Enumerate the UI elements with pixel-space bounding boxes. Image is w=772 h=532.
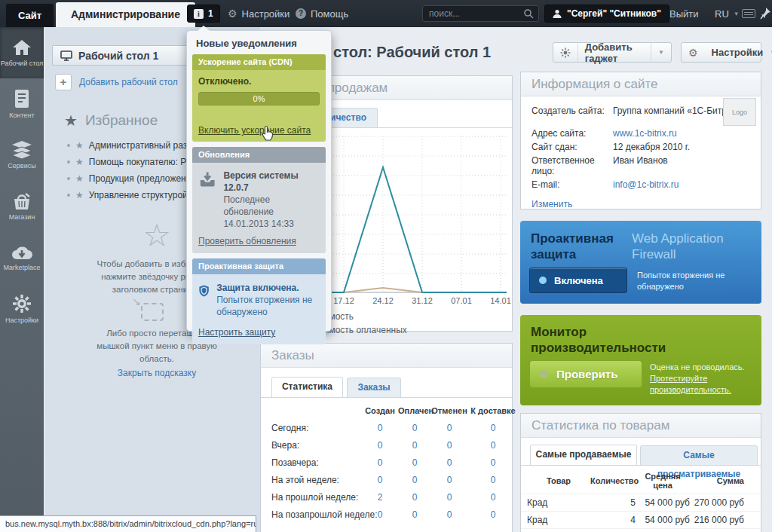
orders-value-link[interactable]: 0: [431, 509, 467, 520]
orders-value-link[interactable]: 0: [398, 492, 431, 503]
orders-rows: Сегодня:0000Вчера:0000Позавчера:0000На э…: [261, 419, 512, 523]
sidebar-item-label: Настройки: [5, 316, 38, 324]
orders-value-link[interactable]: 2: [362, 492, 398, 503]
add-desktop-link[interactable]: Добавить рабочий стол: [79, 77, 178, 87]
orders-value-link[interactable]: 0: [431, 475, 467, 485]
site-info-value[interactable]: info@1c-bitrix.ru: [613, 179, 679, 190]
close-tip-link[interactable]: Закрыть подсказку: [93, 368, 221, 378]
orders-value-link[interactable]: 0: [467, 475, 519, 485]
desktop-title: Рабочий стол 1: [78, 50, 158, 62]
products-stats-widget: Статистика по товарам Самые продаваемые …: [520, 413, 761, 532]
site-info-value[interactable]: www.1c-bitrix.ru: [613, 128, 677, 139]
orders-value-link[interactable]: 0: [398, 509, 431, 520]
orders-value-link[interactable]: 0: [467, 440, 519, 451]
orders-value-link[interactable]: 0: [431, 492, 467, 503]
layers-icon: [11, 141, 32, 159]
add-desktop-button[interactable]: +: [55, 74, 72, 90]
shield-icon: [198, 282, 210, 300]
waf-status-button[interactable]: Включена: [529, 268, 627, 293]
products-cell: 5: [590, 497, 636, 508]
orders-value-link[interactable]: 0: [362, 475, 398, 485]
products-tab-top-viewed[interactable]: Самые просматриваемые: [640, 445, 758, 465]
waf-title: Проактивная защита: [531, 231, 636, 262]
orders-tab-statistics[interactable]: Статистика: [271, 377, 343, 397]
sidebar-item-label: Рабочий стол: [1, 60, 44, 67]
orders-row: На прошлой неделе:2000: [261, 488, 512, 506]
performance-check-button[interactable]: Проверить: [529, 360, 642, 388]
orders-value-link[interactable]: 0: [362, 457, 398, 468]
orders-value-link[interactable]: 0: [398, 440, 431, 451]
site-info-value: Иван Иванов: [613, 155, 668, 176]
help-menu-label: Помощь: [311, 8, 348, 20]
sidebar-item-label: Магазин: [9, 213, 35, 221]
update-line3: 14.01.2013 14:33: [223, 219, 293, 229]
performance-check-label: Проверить: [556, 368, 617, 381]
add-gadget-button[interactable]: Добавить гаджет ▼: [553, 42, 672, 63]
check-updates-link[interactable]: Проверить обновления: [192, 236, 326, 253]
orders-value-link[interactable]: 0: [398, 457, 431, 468]
search-icon[interactable]: [523, 8, 534, 19]
notifications-button[interactable]: i 1: [187, 5, 220, 23]
search-input[interactable]: [422, 5, 539, 22]
orders-value-link[interactable]: 0: [431, 457, 467, 468]
sidebar-item-basket[interactable]: Магазин: [0, 181, 44, 232]
user-button[interactable]: "Сергей" "Ситников": [544, 5, 669, 23]
orders-row-label: На позапрошлой неделе:: [271, 509, 362, 520]
products-tab-top-selling[interactable]: Самые продаваемые: [530, 445, 637, 465]
notifications-dropdown: Новые уведомления Ускорение сайта (CDN) …: [186, 30, 332, 332]
sidebar-item-layers[interactable]: Сервисы: [0, 130, 44, 181]
orders-column-header: К доставке: [467, 406, 519, 415]
orders-value-link[interactable]: 0: [431, 440, 467, 451]
orders-tab-orders[interactable]: Заказы: [347, 378, 401, 397]
orders-value-link[interactable]: 0: [431, 423, 467, 433]
orders-value-link[interactable]: 0: [467, 492, 519, 503]
orders-value-link[interactable]: 0: [398, 475, 431, 485]
favorite-item-label: Административный раздел: [89, 140, 202, 151]
site-info-widget: Информация о сайте Logo Создатель сайта:…: [520, 72, 761, 209]
orders-value-link[interactable]: 0: [467, 509, 519, 520]
drag-icon: [141, 303, 164, 321]
sidebar-item-cloud[interactable]: Marketplace: [0, 232, 44, 283]
topbar-admin-tab[interactable]: Администрирование: [56, 2, 195, 27]
orders-value-link[interactable]: 0: [398, 423, 431, 433]
sidebar-item-gear[interactable]: Настройки: [0, 283, 44, 335]
cloud-icon: [11, 244, 33, 261]
topbar-site-tab[interactable]: Сайт: [6, 4, 54, 27]
bullet-icon: [67, 144, 70, 147]
sidebar-item-document[interactable]: Контент: [0, 78, 44, 130]
orders-row: Вчера:0000: [261, 436, 512, 454]
logo-box[interactable]: Logo: [723, 98, 756, 126]
sidebar-item-home[interactable]: Рабочий стол: [0, 27, 44, 78]
settings-button[interactable]: ⚙ Настройки ▼: [681, 42, 761, 63]
security-card: Проактивная защита Защита включена. Попы…: [192, 258, 326, 344]
performance-note: Оценка не проводилась. Протестируйте про…: [650, 362, 755, 396]
orders-col-headers: СозданОплаченОтмененК доставке: [261, 404, 512, 417]
pin-icon[interactable]: [760, 7, 771, 20]
site-info-label: Сайт сдан:: [532, 142, 613, 152]
edit-link[interactable]: Изменить: [532, 199, 572, 209]
orders-value-link[interactable]: 0: [362, 509, 398, 520]
settings-menu-label: Настройки: [242, 8, 290, 20]
settings-menu[interactable]: ⚙ Настройки: [228, 0, 290, 27]
language-selector[interactable]: RU ▼: [715, 0, 740, 27]
user-icon: [553, 9, 562, 19]
performance-test-link[interactable]: Протестируйте производительность.: [650, 374, 731, 394]
star-icon: ★: [75, 173, 84, 184]
bullet-icon: [67, 161, 70, 164]
orders-value-link[interactable]: 0: [467, 423, 519, 433]
plus-icon: +: [60, 75, 67, 88]
orders-row-label: На прошлой неделе:: [271, 492, 362, 503]
cdn-enable-link[interactable]: Включить ускорение сайта: [198, 125, 311, 136]
logout-button[interactable]: Выйти: [669, 0, 699, 27]
orders-value-link[interactable]: 0: [362, 440, 398, 451]
help-menu[interactable]: ? Помощь: [296, 0, 348, 27]
orders-row: Сегодня:0000: [261, 419, 512, 436]
orders-value-link[interactable]: 0: [467, 457, 519, 468]
waf-note: Попыток вторжения не обнаружено: [637, 270, 750, 292]
configure-security-link[interactable]: Настроить защиту: [192, 323, 326, 344]
basket-icon: [11, 192, 32, 210]
orders-value-link[interactable]: 0: [362, 423, 398, 433]
orders-row-label: Сегодня:: [271, 423, 362, 433]
keyboard-icon[interactable]: [742, 9, 755, 18]
dropdown-title: Новые уведомления: [187, 31, 331, 54]
